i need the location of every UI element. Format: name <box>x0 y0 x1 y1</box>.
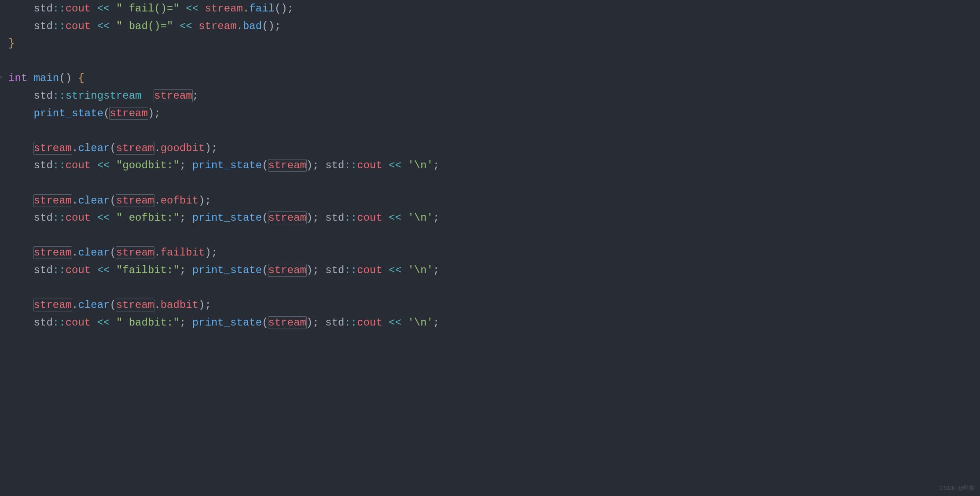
token-punct: . <box>72 142 78 154</box>
token-str: " bad()=" <box>116 20 173 32</box>
token-str: " badbit:" <box>116 317 180 329</box>
token-ns <box>401 212 407 224</box>
token-punct: . <box>154 247 160 259</box>
token-ns <box>110 212 116 224</box>
token-str: " fail()=" <box>116 3 180 15</box>
token-str: "goodbit:" <box>116 159 180 171</box>
token-var: cout <box>357 159 382 171</box>
token-ns: std <box>34 212 53 224</box>
token-punct: ); <box>306 159 325 171</box>
code-line[interactable] <box>8 52 439 70</box>
code-line[interactable]: std::cout << " fail()=" << stream.fail()… <box>8 0 439 18</box>
token-ns <box>198 3 205 15</box>
token-member: goodbit <box>161 142 205 154</box>
token-punct: ); <box>198 299 211 311</box>
token-op: :: <box>344 159 357 171</box>
code-line[interactable]: int main() { <box>8 70 439 87</box>
token-punct: ( <box>110 195 116 207</box>
token-ns <box>401 159 407 171</box>
token-op: << <box>97 317 110 329</box>
token-ns <box>91 264 97 276</box>
token-ns <box>91 3 97 15</box>
token-punct: . <box>243 3 249 15</box>
token-punct: ( <box>262 264 268 276</box>
token-op: << <box>97 264 110 276</box>
gutter: ⌄ <box>0 0 6 496</box>
token-var: stream <box>116 142 154 155</box>
token-ns <box>110 3 116 15</box>
token-op: :: <box>344 212 357 224</box>
token-func: fail <box>249 3 275 15</box>
token-str: '\n' <box>407 159 433 171</box>
token-brace: } <box>8 37 15 49</box>
code-line[interactable]: std::cout << " bad()=" << stream.bad(); <box>8 18 439 35</box>
token-var: stream <box>116 246 154 259</box>
code-area[interactable]: std::cout << " fail()=" << stream.fail()… <box>6 0 439 496</box>
token-punct: ; <box>180 212 192 224</box>
code-line[interactable]: stream.clear(stream.failbit); <box>8 244 439 262</box>
token-op: :: <box>53 159 66 171</box>
token-ns <box>110 264 116 276</box>
token-op: :: <box>53 20 66 32</box>
code-line[interactable]: stream.clear(stream.eofbit); <box>8 192 439 210</box>
code-line[interactable] <box>8 279 439 297</box>
code-line[interactable] <box>8 227 439 244</box>
token-punct: . <box>72 247 78 259</box>
token-ns: std <box>325 317 344 329</box>
token-var: stream <box>268 211 307 224</box>
code-line[interactable]: } <box>8 35 439 52</box>
token-punct: ); <box>306 264 325 276</box>
token-ns <box>110 20 116 32</box>
token-punct: ( <box>262 159 268 171</box>
code-line[interactable]: std::stringstream stream; <box>8 87 439 105</box>
token-var: cout <box>66 212 91 224</box>
token-kw: int <box>8 72 27 84</box>
token-ns: std <box>34 264 53 276</box>
token-punct: ; <box>433 212 439 224</box>
code-line[interactable]: std::cout << " badbit:"; print_state(str… <box>8 314 439 332</box>
token-op: :: <box>53 90 66 102</box>
token-ns <box>401 264 407 276</box>
token-var: cout <box>357 212 382 224</box>
token-punct: ; <box>433 264 439 276</box>
token-punct: ); <box>205 247 218 259</box>
token-op: :: <box>344 317 357 329</box>
token-punct: . <box>154 195 160 207</box>
token-ns <box>91 212 97 224</box>
code-line[interactable]: std::cout << "failbit:"; print_state(str… <box>8 262 439 279</box>
code-line[interactable]: std::cout << " eofbit:"; print_state(str… <box>8 209 439 227</box>
code-line[interactable] <box>8 122 439 140</box>
token-var: cout <box>66 20 91 32</box>
fold-chevron-icon[interactable]: ⌄ <box>0 70 3 81</box>
token-op: << <box>97 212 110 224</box>
token-ns <box>141 90 154 102</box>
token-punct: ; <box>433 159 439 171</box>
token-punct: ); <box>148 107 161 119</box>
token-ns: std <box>34 90 53 102</box>
token-ns: std <box>34 159 53 171</box>
token-func: clear <box>78 195 110 207</box>
token-ns <box>173 20 180 32</box>
token-punct: . <box>154 142 160 154</box>
code-line[interactable]: print_state(stream); <box>8 105 439 122</box>
token-func: bad <box>243 20 262 32</box>
code-line[interactable]: stream.clear(stream.badbit); <box>8 296 439 314</box>
code-editor[interactable]: ⌄ std::cout << " fail()=" << stream.fail… <box>0 0 980 496</box>
token-op: << <box>97 3 110 15</box>
token-var: stream <box>268 316 307 329</box>
token-punct: . <box>237 20 243 32</box>
token-member: badbit <box>161 299 198 311</box>
token-op: << <box>389 264 401 276</box>
token-member: failbit <box>161 247 205 259</box>
token-str: '\n' <box>407 212 433 224</box>
token-punct: ; <box>180 159 192 171</box>
code-line[interactable]: std::cout << "goodbit:"; print_state(str… <box>8 157 439 174</box>
token-ns: std <box>34 317 53 329</box>
token-ns <box>192 20 198 32</box>
code-line[interactable] <box>8 174 439 192</box>
token-str: '\n' <box>407 317 433 329</box>
code-line[interactable]: stream.clear(stream.goodbit); <box>8 140 439 157</box>
token-punct: . <box>72 299 78 311</box>
token-punct: ); <box>306 212 325 224</box>
token-ns: std <box>325 264 344 276</box>
